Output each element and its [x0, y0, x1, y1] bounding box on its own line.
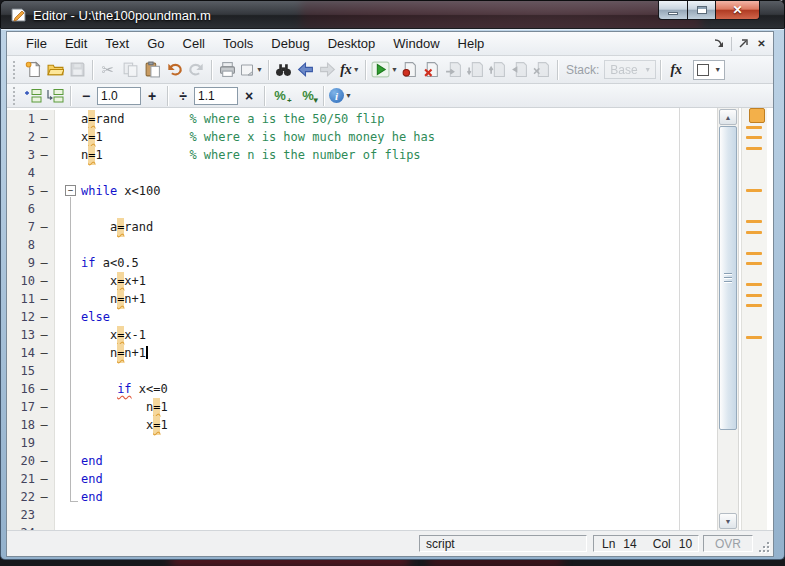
- scroll-down-button[interactable]: ▼: [719, 513, 737, 529]
- function-hints-button[interactable]: fx ▼: [339, 59, 361, 81]
- insert-cell-below-button[interactable]: [44, 85, 66, 107]
- menu-item-help[interactable]: Help: [449, 33, 494, 55]
- forward-button[interactable]: [317, 59, 339, 81]
- decrement-button[interactable]: −: [75, 85, 97, 107]
- paste-button[interactable]: [141, 59, 163, 81]
- breakpoint-margin[interactable]: [35, 362, 53, 380]
- code-line-16[interactable]: 16– if x<=0: [7, 380, 711, 398]
- menu-item-file[interactable]: File: [17, 33, 56, 55]
- mlint-warning-mark[interactable]: [746, 147, 762, 150]
- new-file-button[interactable]: [22, 59, 44, 81]
- code-line-10[interactable]: 10– x=x+1: [7, 272, 711, 290]
- multiply-button[interactable]: ×: [238, 85, 260, 107]
- breakpoint-margin[interactable]: –: [35, 470, 53, 488]
- save-button[interactable]: [66, 59, 88, 81]
- code-line-8[interactable]: 8: [7, 236, 711, 254]
- code-line-18[interactable]: 18– x=1: [7, 416, 711, 434]
- breakpoint-margin[interactable]: –: [35, 398, 53, 416]
- code-line-11[interactable]: 11– n=n+1: [7, 290, 711, 308]
- step-button[interactable]: [443, 59, 465, 81]
- code-fold-toggle[interactable]: −: [65, 185, 76, 196]
- open-file-button[interactable]: [44, 59, 66, 81]
- breakpoint-margin[interactable]: –: [35, 254, 53, 272]
- code-line-9[interactable]: 9–if a<0.5: [7, 254, 711, 272]
- mlint-warning-mark[interactable]: [746, 304, 762, 307]
- breakpoint-margin[interactable]: [35, 164, 53, 182]
- clear-breakpoints-button[interactable]: [421, 59, 443, 81]
- insert-cell-above-button[interactable]: [22, 85, 44, 107]
- code-line-5[interactable]: 5–−while x<100: [7, 182, 711, 200]
- code-line-20[interactable]: 20–end: [7, 452, 711, 470]
- mlint-warning-mark[interactable]: [746, 136, 762, 139]
- print-button[interactable]: [216, 59, 238, 81]
- undock-icon[interactable]: [737, 37, 750, 50]
- breakpoint-margin[interactable]: –: [35, 326, 53, 344]
- breakpoint-margin[interactable]: –: [35, 128, 53, 146]
- code-line-15[interactable]: 15: [7, 362, 711, 380]
- breakpoint-margin[interactable]: [35, 434, 53, 452]
- breakpoint-margin[interactable]: –: [35, 308, 53, 326]
- close-button[interactable]: ✕: [715, 1, 760, 20]
- divide-button[interactable]: ÷: [172, 85, 194, 107]
- close-document-icon[interactable]: ✕: [755, 37, 768, 50]
- mlint-warning-mark[interactable]: [746, 336, 762, 339]
- breakpoint-margin[interactable]: –: [35, 344, 53, 362]
- menu-item-tools[interactable]: Tools: [214, 33, 262, 55]
- continue-button[interactable]: [509, 59, 531, 81]
- code-line-4[interactable]: 4: [7, 164, 711, 182]
- maximize-button[interactable]: [687, 1, 716, 20]
- menu-item-cell[interactable]: Cell: [174, 33, 214, 55]
- vertical-scrollbar[interactable]: ▲ ▼: [717, 108, 739, 530]
- code-line-17[interactable]: 17– n=1: [7, 398, 711, 416]
- insert-function-button[interactable]: fx: [665, 59, 687, 81]
- code-line-2[interactable]: 2–x=1 % where x is how much money he has: [7, 128, 711, 146]
- step-out-button[interactable]: [487, 59, 509, 81]
- code-line-22[interactable]: 22–end: [7, 488, 711, 506]
- toolbar-grip[interactable]: [13, 61, 16, 79]
- undo-button[interactable]: [163, 59, 185, 81]
- mlint-warning-mark[interactable]: [746, 294, 762, 297]
- find-button[interactable]: [273, 59, 295, 81]
- mlint-warning-mark[interactable]: [746, 283, 762, 286]
- breakpoint-margin[interactable]: –: [35, 146, 53, 164]
- scrollbar-thumb[interactable]: [719, 126, 737, 430]
- redo-button[interactable]: [185, 59, 207, 81]
- menu-item-debug[interactable]: Debug: [262, 33, 318, 55]
- mlint-warning-mark[interactable]: [746, 262, 762, 265]
- menu-item-go[interactable]: Go: [138, 33, 173, 55]
- copy-button[interactable]: [119, 59, 141, 81]
- mlint-warning-mark[interactable]: [746, 220, 762, 223]
- code-line-21[interactable]: 21–end: [7, 470, 711, 488]
- breakpoint-margin[interactable]: [35, 200, 53, 218]
- breakpoint-margin[interactable]: –: [35, 488, 53, 506]
- menu-item-text[interactable]: Text: [96, 33, 138, 55]
- increase-percent-button[interactable]: %+: [269, 85, 291, 107]
- cell-color-select[interactable]: ▼: [693, 60, 725, 80]
- code-line-7[interactable]: 7– a=rand: [7, 218, 711, 236]
- dock-icon[interactable]: [713, 37, 726, 50]
- minimize-button[interactable]: [658, 1, 688, 20]
- exit-debug-button[interactable]: [531, 59, 553, 81]
- code-line-12[interactable]: 12–else: [7, 308, 711, 326]
- cut-button[interactable]: ✂: [97, 59, 119, 81]
- increment-button[interactable]: +: [141, 85, 163, 107]
- code-line-13[interactable]: 13– x=x-1: [7, 326, 711, 344]
- mlint-indicator[interactable]: [749, 108, 765, 123]
- mlint-warning-mark[interactable]: [746, 189, 762, 192]
- mlint-warning-mark[interactable]: [746, 252, 762, 255]
- percent-menu-button[interactable]: %▼: [297, 85, 319, 107]
- scroll-up-button[interactable]: ▲: [719, 109, 737, 125]
- info-button[interactable]: i ▼: [328, 85, 353, 107]
- step-in-button[interactable]: [465, 59, 487, 81]
- breakpoint-margin[interactable]: –: [35, 290, 53, 308]
- menu-item-window[interactable]: Window: [384, 33, 448, 55]
- code-line-6[interactable]: 6: [7, 200, 711, 218]
- breakpoint-margin[interactable]: –: [35, 218, 53, 236]
- breakpoint-margin[interactable]: –: [35, 182, 53, 200]
- code-line-14[interactable]: 14– n=n+1: [7, 344, 711, 362]
- add-amount-field[interactable]: [97, 87, 141, 105]
- menu-item-desktop[interactable]: Desktop: [319, 33, 385, 55]
- breakpoint-margin[interactable]: –: [35, 380, 53, 398]
- code-line-23[interactable]: 23: [7, 506, 711, 524]
- stack-select[interactable]: Base ▼: [604, 60, 656, 79]
